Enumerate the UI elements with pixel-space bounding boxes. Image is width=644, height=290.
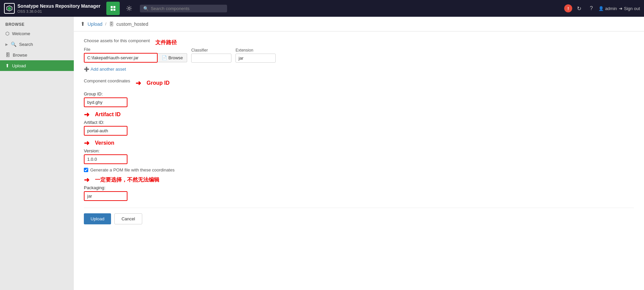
svg-point-6 bbox=[128, 7, 130, 9]
browse-label: Browse bbox=[168, 55, 183, 60]
coord-title-row: Component coordinates ➜ Group ID bbox=[84, 78, 634, 87]
cancel-button[interactable]: Cancel bbox=[114, 213, 142, 224]
upload-form: Choose assets for this component 文件路径 Fi… bbox=[74, 31, 644, 231]
svg-rect-4 bbox=[111, 9, 113, 11]
breadcrumb-db-icon: 🗄 bbox=[109, 21, 114, 27]
version-arrow: ➜ bbox=[84, 139, 90, 147]
sidebar-item-upload-label: Upload bbox=[12, 63, 26, 68]
file-path-annotation: 文件路径 bbox=[155, 39, 177, 46]
assets-label-row: Choose assets for this component 文件路径 bbox=[84, 38, 634, 47]
search-input[interactable] bbox=[151, 6, 224, 11]
packaging-label: Packaging: bbox=[84, 185, 634, 190]
group-id-row: Group ID: bbox=[84, 91, 634, 107]
packaging-input[interactable] bbox=[84, 191, 127, 201]
user-menu[interactable]: 👤 admin bbox=[598, 6, 617, 11]
signout-icon: ➜ bbox=[619, 6, 623, 11]
main-layout: Browse ⬡ Welcome ▶ 🔍 Search 🗄 Browse ⬆ U… bbox=[0, 17, 644, 290]
sidebar-item-browse-label: Browse bbox=[13, 53, 27, 58]
browse-button[interactable]: 📄 Browse bbox=[158, 53, 187, 62]
username-label: admin bbox=[605, 6, 617, 11]
pom-checkbox-row: Generate a POM file with these coordinat… bbox=[84, 167, 634, 172]
pom-checkbox[interactable] bbox=[84, 168, 88, 172]
artifact-id-input[interactable] bbox=[84, 126, 127, 136]
user-icon: 👤 bbox=[598, 6, 604, 11]
sidebar-item-search-label: Search bbox=[19, 42, 33, 47]
extension-label: Extension bbox=[235, 48, 276, 53]
version-input[interactable] bbox=[84, 154, 127, 164]
file-path-input[interactable] bbox=[84, 53, 158, 63]
sidebar: Browse ⬡ Welcome ▶ 🔍 Search 🗄 Browse ⬆ U… bbox=[0, 17, 74, 290]
file-row: File 📄 Browse Classifier bbox=[84, 47, 634, 63]
artifact-id-label: Artifact ID: bbox=[84, 120, 634, 125]
sidebar-item-welcome[interactable]: ⬡ Welcome bbox=[0, 28, 74, 39]
artifact-id-arrow: ➜ bbox=[84, 111, 90, 119]
group-id-label: Group ID: bbox=[84, 91, 634, 96]
file-input-group: 📄 Browse bbox=[84, 53, 187, 63]
signout-button[interactable]: ➜ Sign out bbox=[619, 6, 640, 11]
browse-nav-button[interactable] bbox=[106, 2, 120, 15]
expand-icon: ▶ bbox=[5, 43, 8, 46]
sidebar-item-search[interactable]: ▶ 🔍 Search bbox=[0, 39, 74, 50]
help-button[interactable]: ? bbox=[586, 3, 596, 13]
extension-input[interactable] bbox=[235, 54, 276, 63]
choose-assets-label: Choose assets for this component bbox=[84, 38, 150, 43]
app-logo bbox=[4, 3, 15, 14]
brand: Sonatype Nexus Repository Manager OSS 3.… bbox=[4, 3, 100, 14]
upload-nav-icon: ⬆ bbox=[5, 63, 9, 68]
breadcrumb-separator: / bbox=[105, 21, 106, 26]
settings-nav-button[interactable] bbox=[123, 2, 135, 14]
artifact-id-annotation-row: ➜ Artifact ID bbox=[84, 111, 634, 119]
app-version: OSS 3.38.0-01 bbox=[17, 9, 100, 14]
coord-section: Component coordinates ➜ Group ID Group I… bbox=[84, 78, 634, 201]
version-annotation: Version bbox=[95, 140, 114, 146]
assets-section: Choose assets for this component 文件路径 Fi… bbox=[84, 38, 634, 73]
file-field-group: File 📄 Browse bbox=[84, 47, 187, 63]
classifier-input[interactable] bbox=[191, 54, 231, 63]
svg-rect-5 bbox=[113, 9, 115, 11]
folder-icon: 📄 bbox=[162, 55, 167, 60]
artifact-id-input-row bbox=[84, 126, 634, 136]
sidebar-item-browse[interactable]: 🗄 Browse bbox=[0, 50, 74, 60]
version-row: Version: bbox=[84, 148, 634, 164]
classifier-field-group: Classifier bbox=[191, 48, 231, 63]
artifact-id-annotation: Artifact ID bbox=[95, 112, 120, 118]
version-input-row bbox=[84, 154, 634, 164]
refresh-button[interactable]: ↻ bbox=[574, 3, 584, 13]
plus-icon: ➕ bbox=[84, 67, 89, 72]
breadcrumb-current: custom_hosted bbox=[116, 21, 148, 27]
pom-checkbox-label: Generate a POM file with these coordinat… bbox=[90, 167, 174, 172]
app-name: Sonatype Nexus Repository Manager bbox=[17, 3, 100, 9]
database-icon: 🗄 bbox=[5, 52, 10, 58]
extension-field-group: Extension bbox=[235, 48, 276, 63]
artifact-id-row: Artifact ID: bbox=[84, 120, 634, 136]
notification-badge[interactable]: ! bbox=[564, 4, 572, 12]
search-bar[interactable]: 🔍 bbox=[140, 5, 227, 12]
add-asset-button[interactable]: ➕ Add another asset bbox=[84, 65, 126, 73]
breadcrumb: ⬆ Upload / 🗄 custom_hosted bbox=[74, 17, 644, 31]
group-id-arrow: ➜ bbox=[136, 79, 141, 87]
action-row: Upload Cancel bbox=[84, 208, 634, 224]
coord-section-label: Component coordinates bbox=[84, 78, 130, 83]
search-icon: 🔍 bbox=[143, 6, 149, 11]
sidebar-section-title: Browse bbox=[0, 19, 74, 28]
packaging-row: Packaging: bbox=[84, 185, 634, 201]
upload-button[interactable]: Upload bbox=[84, 213, 111, 224]
main-content: ⬆ Upload / 🗄 custom_hosted Choose assets… bbox=[74, 17, 644, 290]
svg-rect-2 bbox=[111, 6, 113, 8]
version-annotation-row: ➜ Version bbox=[84, 139, 634, 147]
packaging-input-row bbox=[84, 191, 634, 201]
group-id-input-row bbox=[84, 97, 634, 107]
search-nav-icon: 🔍 bbox=[11, 42, 16, 47]
navbar-right: ! ↻ ? 👤 admin ➜ Sign out bbox=[564, 3, 640, 13]
sidebar-item-welcome-label: Welcome bbox=[12, 31, 30, 36]
version-label: Version: bbox=[84, 148, 634, 153]
signout-label: Sign out bbox=[624, 6, 640, 11]
group-id-input[interactable] bbox=[84, 97, 127, 107]
breadcrumb-upload-icon: ⬆ bbox=[80, 21, 85, 27]
breadcrumb-upload-link[interactable]: Upload bbox=[88, 21, 102, 27]
svg-marker-1 bbox=[8, 7, 11, 10]
classifier-label: Classifier bbox=[191, 48, 231, 53]
file-label: File bbox=[84, 47, 187, 52]
hexagon-icon: ⬡ bbox=[5, 31, 9, 36]
sidebar-item-upload[interactable]: ⬆ Upload bbox=[0, 60, 74, 71]
